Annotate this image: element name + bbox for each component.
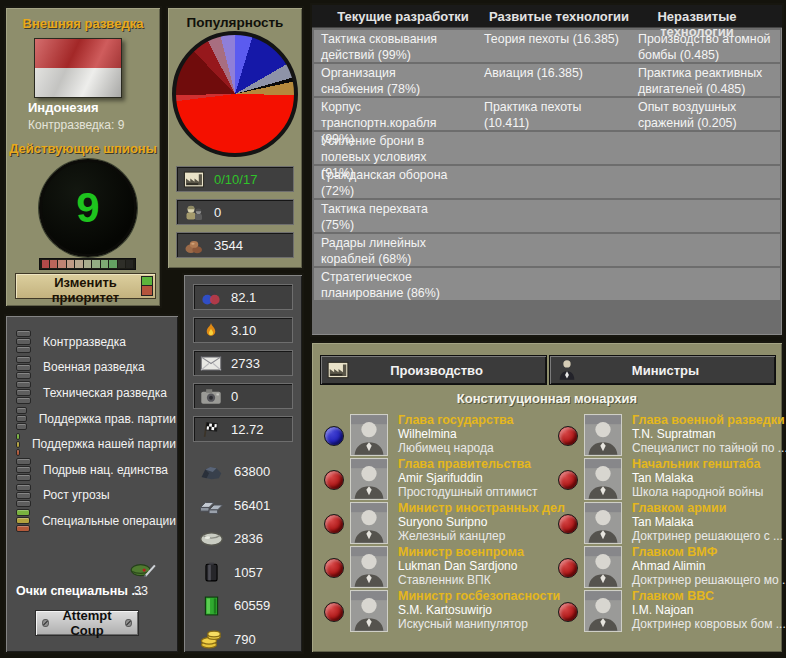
screw-icon <box>42 619 49 627</box>
attempt-coup-label: Attempt Coup <box>55 608 120 638</box>
tech-item: Тактика перехвата (75%) <box>321 201 457 233</box>
gauge-segment <box>67 260 74 268</box>
minister-name: T.N. Supratman <box>632 427 786 441</box>
minister-info: Глава правительства Amir Sjarifuddin Про… <box>398 457 537 499</box>
minister-trait: Доктринер ковровых бом ... <box>632 617 786 631</box>
government-panel: Производство Министры Конституционная мо… <box>310 341 784 654</box>
stat-box: 82.1 <box>193 284 293 310</box>
mission-item[interactable]: Техническая разведка <box>16 380 176 406</box>
minister-info: Главком ВВС I.M. Najoan Доктринер ковров… <box>632 589 786 631</box>
minister-row[interactable]: Главком ВМФ Ahmad Alimin Доктринер решаю… <box>556 546 782 588</box>
loyalty-indicator <box>324 470 344 490</box>
minister-row[interactable]: Глава государства Wilhelmina Любимец нар… <box>322 414 554 456</box>
tech-item: Организация снабжения (78%) <box>321 65 457 97</box>
stat-box: 0 <box>193 383 293 409</box>
resource-value: 60559 <box>234 598 270 613</box>
minister-post: Министр госбезопасности <box>398 589 560 603</box>
mission-item[interactable]: Контрразведка <box>16 329 176 355</box>
mission-item[interactable]: Специальные операции <box>16 508 176 534</box>
technology-panel: Текущие разработки Развитые технологии Н… <box>310 3 784 337</box>
resource-value: 1057 <box>234 565 263 580</box>
screw-icon <box>125 619 132 627</box>
minister-post: Глава военной разведки <box>632 413 786 427</box>
tech-column-header-current: Текущие разработки <box>328 9 478 24</box>
priority-down-button[interactable] <box>141 285 153 296</box>
minister-row[interactable]: Министр госбезопасности S.M. Kartosuwirj… <box>322 590 554 632</box>
loyalty-indicator <box>324 514 344 534</box>
minister-row[interactable]: Главком ВВС I.M. Najoan Доктринер ковров… <box>556 590 782 632</box>
mission-item[interactable]: Поддержка нашей партии <box>16 431 176 457</box>
minister-row[interactable]: Глава правительства Amir Sjarifuddin Про… <box>322 458 554 500</box>
gauge-segment <box>58 260 65 268</box>
minister-name: Wilhelmina <box>398 427 513 441</box>
metal-icon <box>198 495 225 515</box>
mission-label: Рост угрозы <box>43 488 110 502</box>
tech-item: Практика реактивных двигателей (0.485) <box>638 65 780 97</box>
stat-box-list: 82.1 3.10 2733 0 12.72 <box>193 284 293 449</box>
stat-value: 12.72 <box>231 422 264 437</box>
missions-panel: Контрразведка Военная разведка Техническ… <box>4 314 180 654</box>
mission-label: Военная разведка <box>43 360 145 374</box>
minister-portrait <box>350 502 388 544</box>
minister-name: Amir Sjarifuddin <box>398 471 537 485</box>
factory-icon <box>183 171 205 188</box>
intel-circles-icon <box>200 289 222 306</box>
stat-value: 2733 <box>231 356 260 371</box>
resource-row: 2836 <box>198 522 270 556</box>
active-spies-header: Действующие шпионы <box>6 141 160 156</box>
loyalty-indicator <box>324 426 344 446</box>
minister-portrait <box>350 458 388 500</box>
minister-trait: Ставленник ВПК <box>398 573 524 587</box>
stat-box: 0 <box>176 199 294 225</box>
loyalty-indicator <box>558 602 578 622</box>
mission-item[interactable]: Поддержка прав. партии <box>16 406 176 432</box>
country-name: Индонезия <box>28 100 99 115</box>
checkered-flag-icon <box>200 421 222 438</box>
tech-item: Гражданская оборона (72%) <box>321 167 457 199</box>
gauge-segment <box>42 260 49 268</box>
spy-priority-gauge <box>39 258 136 270</box>
minister-row[interactable]: Министр иностранных дел Suryono Suripno … <box>322 502 554 544</box>
government-type: Конституционная монархия <box>312 391 782 406</box>
soldiers-icon <box>183 204 205 221</box>
minister-name: S.M. Kartosuwirjo <box>398 603 560 617</box>
attempt-coup-button[interactable]: Attempt Coup <box>35 610 139 636</box>
popularity-panel: Популярность 0/10/17 0 3544 <box>166 6 304 270</box>
supplies-icon <box>198 596 225 616</box>
mission-status-icon <box>16 407 27 431</box>
country-stat-boxes: 0/10/17 0 3544 <box>176 166 294 265</box>
minister-info: Министр иностранных дел Suryono Suripno … <box>398 501 565 543</box>
minister-trait: Школа народной войны <box>632 485 763 499</box>
mission-item[interactable]: Подрыв нац. единства <box>16 457 176 483</box>
loyalty-indicator <box>324 602 344 622</box>
minister-row[interactable]: Глава военной разведки T.N. Supratman Сп… <box>556 414 782 456</box>
mission-item[interactable]: Военная разведка <box>16 355 176 381</box>
special-points-value: 33 <box>134 584 148 598</box>
minister-info: Главком армии Tan Malaka Доктринер решаю… <box>632 501 783 543</box>
mission-status-icon <box>16 355 31 379</box>
minister-name: Tan Malaka <box>632 515 783 529</box>
minister-portrait <box>584 546 622 588</box>
stat-value: 0/10/17 <box>214 172 257 187</box>
mission-status-icon <box>16 509 30 533</box>
minister-row[interactable]: Начальник генштаба Tan Malaka Школа наро… <box>556 458 782 500</box>
mission-label: Техническая разведка <box>43 386 167 400</box>
minister-row[interactable]: Главком армии Tan Malaka Доктринер решаю… <box>556 502 782 544</box>
minister-row[interactable]: Министр военпрома Lukman Dan Sardjono Ст… <box>322 546 554 588</box>
minister-name: Lukman Dan Sardjono <box>398 559 524 573</box>
minister-trait: Искусный манипулятор <box>398 617 560 631</box>
economy-panel: 82.1 3.10 2733 0 12.72 63800 56401 2836 … <box>182 273 304 654</box>
loyalty-indicator <box>324 558 344 578</box>
tab-ministers[interactable]: Министры <box>549 355 776 385</box>
indonesia-flag <box>34 38 122 98</box>
tab-production[interactable]: Производство <box>320 355 547 385</box>
change-priority-button[interactable]: Изменить приоритет <box>15 273 156 299</box>
mission-item[interactable]: Рост угрозы <box>16 483 176 509</box>
minister-name: Suryono Suripno <box>398 515 565 529</box>
oil-icon <box>198 562 225 582</box>
tech-column-header-undeveloped: Неразвитые технологии <box>638 9 756 39</box>
flame-icon <box>200 322 222 339</box>
coal-icon <box>198 462 225 482</box>
popularity-pie-chart <box>172 31 298 157</box>
tech-column-header-developed: Развитые технологии <box>484 9 634 24</box>
